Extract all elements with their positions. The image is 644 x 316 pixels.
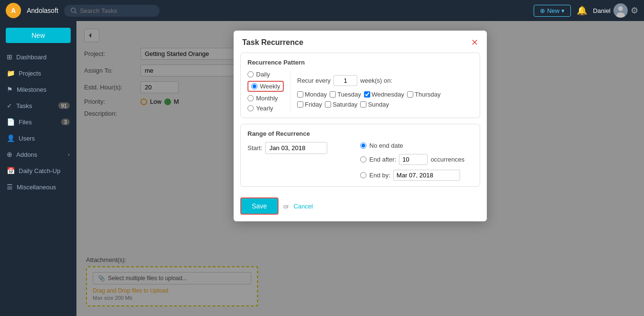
plus-icon: ⊕	[540, 7, 545, 14]
recur-every-input[interactable]	[333, 75, 357, 86]
modal-overlay: Task Recurrence ✕ Recurrence Pattern Dai…	[76, 21, 644, 316]
day-monday[interactable]: Monday	[297, 91, 327, 98]
range-of-recurrence-section: Range of Recurrence Start: No end date	[240, 124, 480, 187]
sidebar-item-label: Tasks	[16, 102, 32, 109]
svg-line-1	[75, 11, 76, 13]
radio-daily[interactable]: Daily	[247, 71, 284, 78]
range-grid: Start: No end date End after:	[247, 142, 473, 181]
sidebar-item-files[interactable]: 📄 Files 3	[0, 114, 76, 130]
svg-point-3	[618, 6, 623, 11]
dashboard-icon: ⊞	[7, 53, 12, 61]
chevron-left-icon: ‹	[68, 152, 70, 157]
close-icon[interactable]: ✕	[471, 37, 478, 48]
end-after-input[interactable]	[399, 154, 428, 165]
day-wednesday[interactable]: Wednesday	[364, 91, 404, 98]
app-name: Andolasoft	[27, 7, 58, 14]
range-start: Start:	[247, 142, 353, 154]
sidebar-item-label: Projects	[19, 70, 41, 77]
sidebar-item-label: Files	[19, 119, 32, 126]
sidebar-item-label: Miscellaneous	[17, 184, 56, 191]
recur-row: Recur every week(s) on:	[297, 75, 473, 86]
cancel-link[interactable]: Cancel	[293, 203, 312, 210]
day-friday[interactable]: Friday	[297, 101, 322, 108]
task-recurrence-modal: Task Recurrence ✕ Recurrence Pattern Dai…	[234, 31, 487, 221]
pattern-options: Daily Weekly Monthly	[247, 71, 290, 112]
day-tuesday[interactable]: Tuesday	[330, 91, 361, 98]
files-badge: 3	[61, 119, 70, 125]
modal-header: Task Recurrence ✕	[234, 31, 487, 53]
sidebar: New ⊞ Dashboard 📁 Projects ⚑ Milestones …	[0, 21, 76, 316]
start-date-input[interactable]	[265, 142, 327, 154]
sidebar-item-label: Dashboard	[16, 54, 47, 61]
day-sunday[interactable]: Sunday	[360, 101, 389, 108]
milestones-icon: ⚑	[7, 86, 13, 93]
sidebar-item-label: Milestones	[17, 86, 46, 93]
settings-icon[interactable]: ⚙	[631, 5, 638, 16]
days-row-2: Friday Saturday Sunday	[297, 101, 473, 108]
sidebar-item-label: Addons	[16, 151, 37, 158]
sidebar-item-label: Daily Catch-Up	[19, 167, 60, 174]
radio-weekly[interactable]: Weekly	[247, 81, 284, 92]
tasks-badge: 91	[58, 102, 70, 109]
modal-title: Task Recurrence	[242, 38, 303, 47]
users-icon: 👤	[7, 134, 15, 142]
projects-icon: 📁	[7, 69, 15, 77]
radio-yearly[interactable]: Yearly	[247, 105, 284, 112]
avatar	[613, 3, 628, 18]
day-thursday[interactable]: Thursday	[407, 91, 440, 98]
main-layout: New ⊞ Dashboard 📁 Projects ⚑ Milestones …	[0, 21, 644, 316]
addons-icon: ⊕	[7, 151, 12, 158]
days-row: Monday Tuesday Wednesday Thursday	[297, 91, 473, 98]
sidebar-item-label: Users	[19, 135, 35, 142]
range-options: No end date End after: occurrences End b…	[360, 142, 473, 181]
files-icon: 📄	[7, 118, 15, 126]
save-button[interactable]: Save	[240, 197, 279, 215]
range-of-recurrence-title: Range of Recurrence	[247, 130, 473, 137]
range-end-by[interactable]: End by:	[360, 170, 473, 181]
radio-monthly[interactable]: Monthly	[247, 95, 284, 102]
modal-footer: Save or Cancel	[234, 194, 487, 221]
new-main-button[interactable]: New	[6, 28, 71, 43]
bell-icon[interactable]: 🔔	[577, 5, 587, 16]
range-no-end-date[interactable]: No end date	[360, 142, 473, 149]
new-button-top[interactable]: ⊕ New ▾	[534, 5, 571, 17]
svg-point-0	[71, 8, 75, 12]
miscellaneous-icon: ☰	[7, 183, 13, 191]
user-area: Daniel ⚙	[593, 3, 638, 18]
range-end-after[interactable]: End after: occurrences	[360, 154, 473, 165]
pattern-grid: Daily Weekly Monthly	[247, 71, 473, 112]
app-logo: A	[6, 3, 21, 18]
or-text: or	[283, 203, 289, 210]
search-icon	[71, 8, 77, 14]
sidebar-item-dashboard[interactable]: ⊞ Dashboard	[0, 49, 76, 65]
chevron-down-icon: ▾	[561, 7, 565, 14]
sidebar-item-tasks[interactable]: ✓ Tasks 91	[0, 98, 76, 114]
end-by-input[interactable]	[393, 170, 460, 181]
sidebar-item-projects[interactable]: 📁 Projects	[0, 65, 76, 81]
daily-catchup-icon: 📅	[7, 167, 15, 174]
weekly-config: Recur every week(s) on: Monday Tuesday	[290, 71, 473, 112]
sidebar-item-daily-catchup[interactable]: 📅 Daily Catch-Up	[0, 163, 76, 179]
sidebar-item-addons[interactable]: ⊕ Addons ‹	[0, 146, 76, 163]
day-saturday[interactable]: Saturday	[325, 101, 357, 108]
sidebar-item-users[interactable]: 👤 Users	[0, 130, 76, 146]
recurrence-pattern-title: Recurrence Pattern	[247, 59, 473, 66]
tasks-icon: ✓	[7, 102, 12, 109]
sidebar-item-milestones[interactable]: ⚑ Milestones	[0, 81, 76, 98]
sidebar-item-miscellaneous[interactable]: ☰ Miscellaneous	[0, 179, 76, 195]
main-content: Project: Assign To: Estd. Hour(s): Prior…	[76, 21, 644, 316]
search-input[interactable]	[80, 7, 147, 14]
recurrence-pattern-section: Recurrence Pattern Daily Weekly	[240, 53, 480, 118]
top-navbar: A Andolasoft ⊕ New ▾ 🔔 Daniel ⚙	[0, 0, 644, 21]
search-bar[interactable]	[64, 5, 160, 17]
